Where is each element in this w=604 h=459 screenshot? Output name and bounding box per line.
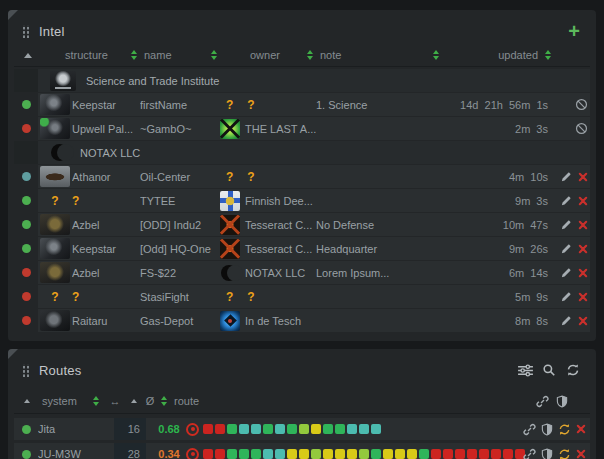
route-row[interactable]: Jita160.68: [14, 418, 590, 440]
edit-pencil-icon[interactable]: [560, 219, 572, 231]
sort-arrows[interactable]: [90, 396, 104, 406]
route-jump-square[interactable]: [347, 424, 357, 434]
route-jump-square[interactable]: [239, 449, 249, 459]
sort-arrows[interactable]: [158, 396, 172, 406]
route-jump-square[interactable]: [275, 424, 285, 434]
drag-handle-icon[interactable]: [22, 25, 30, 38]
intel-structure-row[interactable]: Keepstar[Odd] HQ-OneTesseract C...Headqu…: [14, 237, 590, 260]
edit-pencil-icon[interactable]: [560, 291, 572, 303]
shield-icon[interactable]: [556, 395, 568, 408]
edit-pencil-icon[interactable]: [560, 243, 572, 255]
route-jump-square[interactable]: [347, 449, 357, 459]
intel-group-row[interactable]: Science and Trade Institute: [14, 69, 590, 92]
route-jump-square[interactable]: [431, 449, 441, 459]
route-jump-square[interactable]: [335, 449, 345, 459]
route-jump-square[interactable]: [203, 424, 213, 434]
intel-structure-row[interactable]: AzbelFS-$22NOTAX LLCLorem Ipsum...6m 14s: [14, 261, 590, 284]
route-jump-square[interactable]: [407, 449, 417, 459]
column-updated[interactable]: updated: [442, 49, 554, 61]
route-jump-square[interactable]: [275, 449, 285, 459]
delete-x-icon[interactable]: [578, 220, 588, 230]
route-jump-square[interactable]: [395, 449, 405, 459]
shield-icon[interactable]: [541, 448, 553, 459]
intel-structure-row[interactable]: ??StasiFight??5m 9s: [14, 285, 590, 308]
sort-status-column[interactable]: [14, 53, 38, 58]
route-jump-square[interactable]: [335, 424, 345, 434]
route-jump-square[interactable]: [299, 424, 309, 434]
route-row[interactable]: JU-M3W280.34: [14, 443, 590, 459]
refresh-icon[interactable]: [564, 361, 582, 379]
delete-x-icon[interactable]: [578, 244, 588, 254]
route-jump-square[interactable]: [371, 424, 381, 434]
edit-pencil-icon[interactable]: [560, 195, 572, 207]
intel-group-row[interactable]: NOTAX LLC: [14, 141, 590, 164]
add-intel-button[interactable]: +: [566, 23, 582, 39]
route-jump-square[interactable]: [323, 449, 333, 459]
column-empty[interactable]: Ø: [142, 395, 158, 407]
delete-x-icon[interactable]: [578, 172, 588, 182]
route-jump-square[interactable]: [311, 449, 321, 459]
link-icon[interactable]: [523, 423, 536, 436]
route-jump-square[interactable]: [251, 424, 261, 434]
edit-pencil-icon[interactable]: [560, 171, 572, 183]
refresh-route-icon[interactable]: [558, 448, 571, 459]
locked-icon[interactable]: [575, 98, 588, 111]
delete-x-icon[interactable]: [578, 196, 588, 206]
column-system[interactable]: system: [38, 395, 90, 407]
route-jump-square[interactable]: [263, 449, 273, 459]
sort-status-column[interactable]: [14, 399, 38, 403]
route-jump-square[interactable]: [287, 424, 297, 434]
route-jump-square[interactable]: [479, 449, 489, 459]
route-jump-square[interactable]: [455, 449, 465, 459]
intel-structure-row[interactable]: ??TYTEEFinnish Dee...9m 3s: [14, 189, 590, 212]
route-jump-square[interactable]: [503, 449, 513, 459]
route-jump-square[interactable]: [299, 449, 309, 459]
column-owner[interactable]: owner: [220, 49, 316, 61]
route-jump-square[interactable]: [227, 449, 237, 459]
route-jump-square[interactable]: [203, 449, 213, 459]
route-jump-square[interactable]: [263, 424, 273, 434]
column-bidirectional[interactable]: ↔: [104, 395, 126, 407]
route-jump-square[interactable]: [215, 424, 225, 434]
delete-x-icon[interactable]: [576, 449, 586, 459]
intel-structure-row[interactable]: KeepstarfirstName??1. Science14d 21h 56m…: [14, 93, 590, 116]
link-icon[interactable]: [523, 448, 536, 459]
intel-structure-row[interactable]: RaitaruGas-DepotIn de Tesch8m 8s: [14, 309, 590, 332]
refresh-route-icon[interactable]: [558, 423, 571, 436]
column-name[interactable]: name: [140, 49, 220, 61]
route-jump-square[interactable]: [491, 449, 501, 459]
edit-pencil-icon[interactable]: [560, 315, 572, 327]
column-route[interactable]: route: [172, 395, 530, 407]
shield-icon[interactable]: [541, 423, 553, 436]
route-jump-square[interactable]: [239, 424, 249, 434]
delete-x-icon[interactable]: [578, 268, 588, 278]
locked-icon[interactable]: [575, 122, 588, 135]
delete-x-icon[interactable]: [576, 424, 586, 434]
delete-x-icon[interactable]: [578, 292, 588, 302]
edit-pencil-icon[interactable]: [560, 267, 572, 279]
drag-handle-icon[interactable]: [22, 364, 30, 377]
search-icon[interactable]: [540, 361, 558, 379]
route-jump-square[interactable]: [383, 449, 393, 459]
route-jump-square[interactable]: [443, 449, 453, 459]
intel-structure-row[interactable]: Azbel[ODD] Indu2Tesseract C...No Defense…: [14, 213, 590, 236]
route-jump-square[interactable]: [251, 449, 261, 459]
column-note[interactable]: note: [316, 49, 442, 61]
sort-caret[interactable]: [126, 399, 142, 403]
settings-sliders-icon[interactable]: [516, 361, 534, 379]
route-jump-square[interactable]: [287, 449, 297, 459]
route-jump-square[interactable]: [227, 424, 237, 434]
route-jump-square[interactable]: [371, 449, 381, 459]
route-jump-square[interactable]: [359, 449, 369, 459]
route-jump-square[interactable]: [311, 424, 321, 434]
route-jump-square[interactable]: [323, 424, 333, 434]
intel-structure-row[interactable]: Upwell Pal...~GambO~THE LAST A...2m 3s: [14, 117, 590, 140]
column-structure[interactable]: structure: [38, 49, 140, 61]
intel-structure-row[interactable]: AthanorOil-Center??4m 10s: [14, 165, 590, 188]
route-jump-square[interactable]: [419, 449, 429, 459]
route-jump-square[interactable]: [215, 449, 225, 459]
route-jump-square[interactable]: [359, 424, 369, 434]
link-icon[interactable]: [536, 395, 549, 408]
delete-x-icon[interactable]: [578, 316, 588, 326]
route-jump-square[interactable]: [467, 449, 477, 459]
